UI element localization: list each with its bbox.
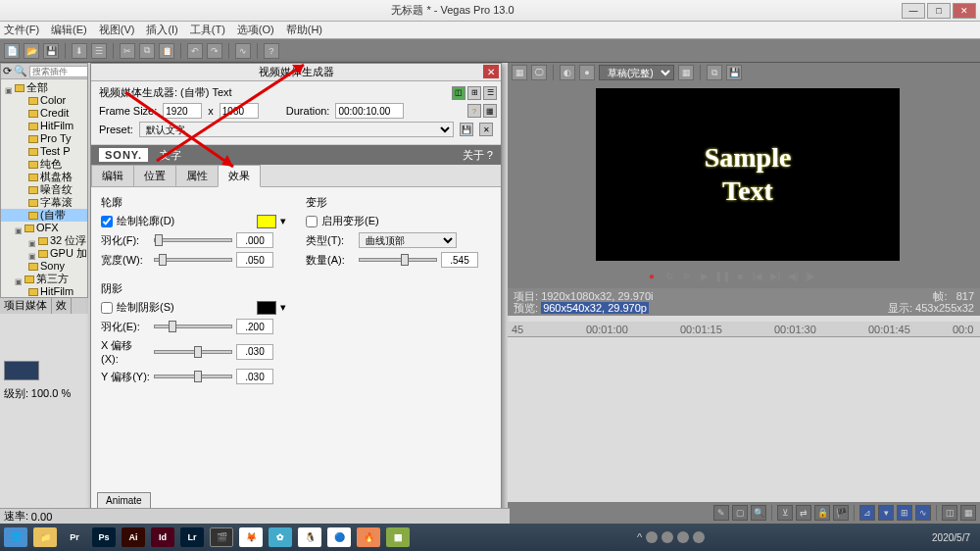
shadow-yoffset-input[interactable] [236, 369, 273, 384]
taskbar-app-icon[interactable]: 🔥 [357, 527, 380, 547]
tree-item[interactable]: 棋盘格 [1, 171, 87, 183]
menu-help[interactable]: 帮助(H) [286, 23, 322, 37]
outline-color-swatch[interactable] [257, 215, 276, 228]
enable-deform-checkbox[interactable] [306, 216, 318, 227]
tree-root[interactable]: ▣全部 [1, 81, 87, 94]
shadow-xoffset-slider[interactable] [154, 350, 232, 354]
list-icon[interactable]: ☰ [483, 86, 497, 100]
taskbar-photoshop-icon[interactable]: Ps [92, 527, 116, 547]
save-preset-icon[interactable]: 💾 [460, 123, 473, 136]
tray-icon[interactable] [662, 531, 673, 543]
chain-icon[interactable]: ◫ [452, 86, 466, 100]
search-icon[interactable]: 🔍 [14, 65, 27, 77]
menu-edit[interactable]: 编辑(E) [51, 23, 87, 37]
menu-tools[interactable]: 工具(T) [190, 23, 225, 37]
taskbar-premiere-icon[interactable]: Pr [63, 527, 86, 547]
snap-icon[interactable]: ∿ [235, 43, 251, 59]
video-preview[interactable]: SampleText [596, 88, 900, 261]
replace-icon[interactable]: ⊞ [467, 86, 481, 100]
preset-select[interactable]: 默认文字 [139, 122, 454, 137]
pause-button[interactable]: ❚❚ [715, 269, 729, 282]
select-tool-icon[interactable]: ▢ [732, 505, 748, 521]
preview-save-icon[interactable]: 💾 [726, 65, 742, 80]
frame-height-input[interactable] [220, 103, 259, 119]
taskbar-app-icon[interactable]: ✿ [269, 527, 292, 547]
duration-input[interactable] [335, 103, 404, 119]
tree-item[interactable]: ▣第三方 [1, 273, 87, 285]
tree-item[interactable]: 字幕滚 [1, 196, 87, 209]
new-icon[interactable]: 📄 [4, 43, 20, 59]
deform-amount-slider[interactable] [359, 258, 437, 262]
taskbar-browser-icon[interactable]: 🌐 [4, 527, 27, 547]
help-icon[interactable]: ? [467, 104, 481, 118]
stop-button[interactable]: ■ [733, 269, 747, 282]
preview-device-icon[interactable]: ▦ [512, 65, 527, 80]
animate-button[interactable]: Animate [97, 492, 151, 509]
play-button[interactable]: ▶ [698, 269, 711, 282]
save-icon[interactable]: 💾 [43, 43, 59, 59]
edit-tool-icon[interactable]: ✎ [713, 505, 729, 521]
lock-icon[interactable]: 🔒 [814, 505, 830, 521]
paste-icon[interactable]: 📋 [159, 43, 174, 59]
outline-feather-slider[interactable] [154, 238, 232, 242]
taskbar-qq-icon[interactable]: 🐧 [298, 527, 321, 547]
tab-fx[interactable]: 效 [52, 298, 72, 314]
search-input[interactable] [29, 66, 88, 77]
snap-icon[interactable]: ⊻ [777, 505, 793, 521]
taskbar-clock[interactable]: 2020/5/7 [932, 532, 976, 543]
auto-ripple-icon[interactable]: ⇄ [796, 505, 811, 521]
zoom-tool-icon[interactable]: 🔍 [751, 505, 766, 521]
menu-view[interactable]: 视图(V) [99, 23, 135, 37]
dropdown-icon[interactable]: ▾ [280, 215, 286, 227]
tab-position[interactable]: 位置 [133, 165, 176, 186]
group-icon[interactable]: ⊞ [897, 505, 912, 521]
goto-start-button[interactable]: |◀ [751, 269, 764, 282]
redo-icon[interactable]: ↷ [207, 43, 222, 59]
menu-options[interactable]: 选项(O) [237, 23, 274, 37]
prev-frame-button[interactable]: ◀| [786, 269, 800, 282]
preview-copy-icon[interactable]: ⧉ [707, 65, 722, 80]
render-icon[interactable]: ⬇ [72, 43, 87, 59]
maximize-button[interactable]: □ [927, 3, 951, 19]
taskbar-indesign-icon[interactable]: Id [151, 527, 174, 547]
cut-icon[interactable]: ✂ [120, 43, 135, 59]
outline-width-slider[interactable] [154, 258, 232, 262]
goto-end-button[interactable]: ▶| [768, 269, 782, 282]
dialog-titlebar[interactable]: 视频媒体生成器 ✕ [91, 64, 501, 81]
taskbar-illustrator-icon[interactable]: Ai [122, 527, 145, 547]
record-button[interactable]: ● [645, 269, 659, 282]
tree-item[interactable]: Test P [1, 145, 87, 158]
loop-button[interactable]: ↻ [662, 269, 676, 282]
delete-preset-icon[interactable]: ✕ [479, 123, 493, 136]
tree-item[interactable]: HitFilm [1, 285, 87, 298]
play-start-button[interactable]: ⊳ [680, 269, 694, 282]
undo-icon[interactable]: ↶ [187, 43, 203, 59]
shadow-xoffset-input[interactable] [236, 344, 273, 360]
tl-tool-icon[interactable]: ▦ [960, 505, 976, 521]
copy-icon[interactable]: ⧉ [139, 43, 155, 59]
tree-item[interactable]: 纯色 [1, 158, 87, 171]
preview-fx-icon[interactable]: ● [579, 65, 595, 80]
tree-item[interactable]: Color [1, 94, 87, 107]
open-icon[interactable]: 📂 [24, 43, 39, 59]
deform-amount-input[interactable] [441, 252, 478, 268]
tab-effects[interactable]: 效果 [218, 165, 261, 187]
shadow-feather-input[interactable] [236, 319, 273, 334]
taskbar-lightroom-icon[interactable]: Lr [180, 527, 204, 547]
taskbar-chrome-icon[interactable]: 🔵 [327, 527, 351, 547]
dropdown-icon[interactable]: ▾ [280, 301, 286, 314]
taskbar-app-icon[interactable]: ▦ [386, 527, 410, 547]
shadow-color-swatch[interactable] [257, 301, 276, 315]
minimize-button[interactable]: — [902, 3, 925, 19]
shadow-yoffset-slider[interactable] [154, 375, 232, 378]
tray-up-icon[interactable]: ^ [637, 531, 642, 543]
tray-icon[interactable] [646, 531, 658, 543]
preview-split-icon[interactable]: ◐ [560, 65, 575, 80]
shadow-feather-slider[interactable] [154, 325, 232, 328]
dialog-close-button[interactable]: ✕ [483, 65, 499, 78]
next-frame-button[interactable]: |▶ [804, 269, 817, 282]
marker-icon[interactable]: 🏴 [833, 505, 849, 521]
deform-type-select[interactable]: 曲线顶部 [359, 232, 457, 248]
taskbar-explorer-icon[interactable]: 📁 [33, 527, 57, 547]
auto-crossfade-icon[interactable]: ⊿ [859, 505, 875, 521]
